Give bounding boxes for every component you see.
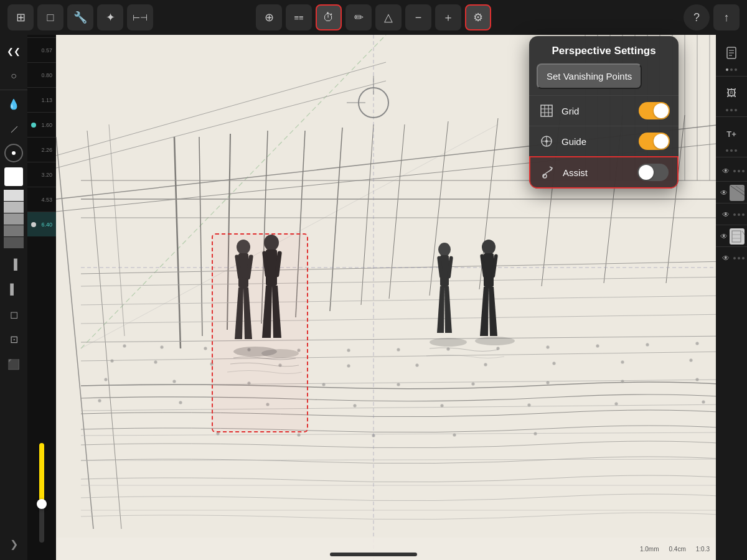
brush-swatch-1[interactable] bbox=[4, 190, 24, 201]
opacity-slider[interactable] bbox=[39, 443, 44, 543]
right-panel: 🖼 T+ 👁 👁 bbox=[716, 35, 747, 560]
layer-2-visibility[interactable]: 👁 bbox=[718, 184, 730, 202]
brush-swatch-4[interactable] bbox=[4, 225, 24, 236]
crosshair-indicator bbox=[358, 87, 389, 118]
angle-button[interactable]: △ bbox=[375, 4, 402, 30]
scroll-indicator[interactable] bbox=[330, 553, 417, 556]
pen-button[interactable]: ✏ bbox=[345, 4, 372, 30]
brush-tool-e[interactable]: ⬛ bbox=[2, 353, 25, 375]
ruler-tick-640[interactable]: 6.40 bbox=[27, 212, 56, 236]
ellipse-tool-button[interactable]: ○ bbox=[2, 65, 25, 87]
layer-1-visibility[interactable]: 👁 bbox=[718, 162, 733, 180]
more-brushes-button[interactable]: ❯ bbox=[2, 533, 25, 555]
svg-point-112 bbox=[475, 337, 515, 345]
svg-point-43 bbox=[347, 349, 350, 352]
svg-point-52 bbox=[154, 361, 157, 364]
assist-toggle[interactable] bbox=[637, 164, 669, 181]
brush-tool-b[interactable]: ▌ bbox=[2, 278, 25, 301]
page-dots bbox=[726, 68, 737, 71]
canvas-button[interactable]: □ bbox=[37, 4, 63, 30]
brush-swatch-2[interactable] bbox=[4, 202, 24, 213]
brush-tool-c[interactable]: ◻ bbox=[2, 303, 25, 325]
line-tool-button[interactable]: — bbox=[0, 113, 29, 145]
subtract-button[interactable]: − bbox=[405, 4, 431, 30]
layer-2-row: 👁 bbox=[716, 183, 747, 203]
svg-point-47 bbox=[547, 346, 550, 349]
ruler-tick-453[interactable]: 4.53 bbox=[27, 187, 56, 212]
settings-button[interactable]: 🔧 bbox=[67, 4, 93, 30]
add-button[interactable]: ＋ bbox=[435, 4, 461, 30]
svg-point-74 bbox=[441, 404, 444, 408]
svg-point-50 bbox=[696, 342, 699, 345]
hatch-button[interactable]: ≡≡ bbox=[286, 4, 312, 30]
ruler-dot-160 bbox=[31, 123, 36, 128]
guide-toggle[interactable] bbox=[639, 133, 670, 150]
brush-swatch-3[interactable] bbox=[4, 213, 24, 225]
svg-point-79 bbox=[298, 434, 301, 437]
svg-point-38 bbox=[123, 345, 126, 348]
share-button[interactable]: ↑ bbox=[713, 4, 740, 30]
scale-1mm: 1.0mm bbox=[640, 546, 659, 553]
selection-box bbox=[212, 233, 308, 432]
svg-point-40 bbox=[204, 347, 207, 350]
ruler-tick-160[interactable]: 1.60 bbox=[27, 112, 56, 137]
grid-toggle[interactable] bbox=[639, 102, 670, 119]
svg-point-75 bbox=[528, 404, 531, 407]
eyedropper-tool-button[interactable]: 💧 bbox=[2, 93, 25, 115]
perspective-settings-button[interactable]: ⚙ bbox=[465, 4, 491, 30]
svg-point-39 bbox=[161, 346, 164, 349]
brush-tool-d[interactable]: ⊡ bbox=[2, 328, 25, 350]
collapse-button[interactable]: ❮❮ bbox=[2, 40, 25, 62]
ruler-tick-080[interactable]: 0.80 bbox=[27, 62, 56, 87]
ruler-tick-057[interactable]: 0.57 bbox=[27, 37, 56, 62]
grid-setting-icon bbox=[538, 102, 555, 119]
grid-toggle-thumb bbox=[654, 103, 669, 118]
grid-view-button[interactable]: ⊞ bbox=[7, 4, 34, 30]
svg-line-130 bbox=[736, 186, 745, 197]
svg-point-69 bbox=[696, 378, 699, 381]
ruler-dot-640 bbox=[31, 222, 36, 227]
svg-rect-137 bbox=[541, 105, 552, 116]
perspective-settings-popup: Perspective Settings Set Vanishing Point… bbox=[529, 36, 679, 189]
text-tool-button[interactable]: T+ bbox=[718, 121, 745, 147]
ruler-tick-226[interactable]: 2.26 bbox=[27, 137, 56, 162]
image-dots bbox=[726, 109, 737, 111]
layer-1-row: 👁 bbox=[716, 161, 747, 182]
orbit-button[interactable]: ⊕ bbox=[256, 4, 282, 30]
help-button[interactable]: ? bbox=[684, 4, 710, 30]
white-color-swatch[interactable] bbox=[4, 167, 23, 186]
svg-point-145 bbox=[545, 140, 548, 142]
timer-button[interactable]: ⏱ bbox=[316, 4, 342, 30]
ruler-button[interactable]: ⊢⊣ bbox=[127, 4, 153, 30]
svg-point-61 bbox=[105, 378, 108, 381]
brush-swatch-5[interactable] bbox=[4, 237, 24, 248]
layer-2-thumb bbox=[730, 185, 745, 201]
layer-3-dots-container bbox=[733, 212, 745, 217]
popup-title: Perspective Settings bbox=[529, 36, 679, 63]
layer-4-visibility[interactable]: 👁 bbox=[718, 228, 730, 245]
layer-5-visibility[interactable]: 👁 bbox=[718, 250, 733, 267]
guide-setting-icon bbox=[538, 133, 555, 150]
ruler-tick-113[interactable]: 1.13 bbox=[27, 87, 56, 112]
opacity-slider-thumb[interactable] bbox=[37, 499, 47, 509]
svg-point-57 bbox=[484, 363, 487, 366]
guide-label: Guide bbox=[561, 136, 632, 147]
layer-1-dots-container bbox=[733, 169, 745, 174]
svg-point-64 bbox=[322, 383, 326, 386]
reference-image-button[interactable]: 🖼 bbox=[718, 80, 745, 106]
transform-button[interactable]: ✦ bbox=[97, 4, 123, 30]
layer-3-visibility[interactable]: 👁 bbox=[718, 206, 733, 223]
svg-point-65 bbox=[397, 383, 400, 386]
ruler-panel: 0.57 0.80 1.13 1.60 2.26 3.20 4.53 6.40 bbox=[27, 35, 56, 560]
top-toolbar: ⊞ □ 🔧 ✦ ⊢⊣ ⊕ ≡≡ ⏱ ✏ △ − ＋ ⚙ ? ↑ bbox=[0, 0, 747, 35]
ruler-values: 0.57 0.80 1.13 1.60 2.26 3.20 4.53 6.40 bbox=[27, 35, 56, 438]
brush-tool-a[interactable]: ▐ bbox=[2, 253, 25, 276]
set-vanishing-points-button[interactable]: Set Vanishing Points bbox=[537, 63, 642, 89]
guide-toggle-thumb bbox=[654, 134, 669, 149]
grid-label: Grid bbox=[561, 106, 632, 116]
svg-point-82 bbox=[534, 432, 537, 436]
layer-4-thumb bbox=[730, 228, 745, 245]
page-button[interactable] bbox=[718, 40, 745, 66]
brush-swatches bbox=[0, 190, 27, 248]
ruler-tick-320[interactable]: 3.20 bbox=[27, 162, 56, 187]
